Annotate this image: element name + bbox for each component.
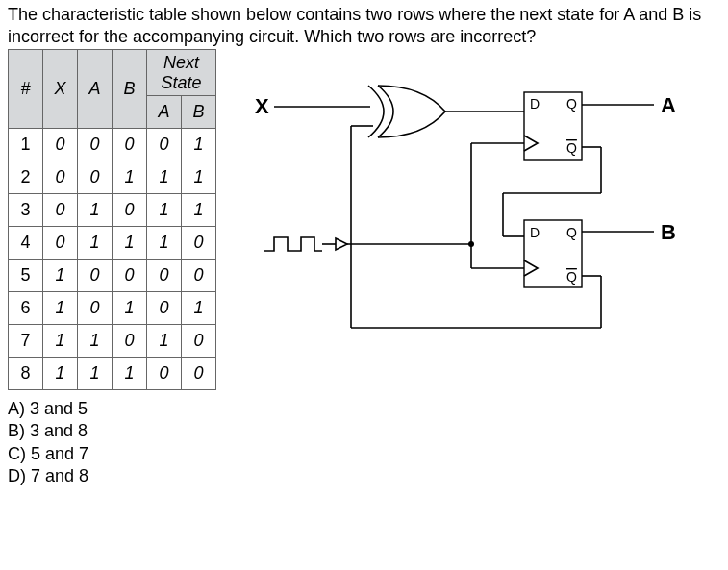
svg-text:Q: Q <box>566 140 577 156</box>
table-cell: 2 <box>9 161 43 194</box>
table-cell: 3 <box>9 194 43 227</box>
circuit-diagram: X D Q Q A <box>216 49 720 361</box>
table-cell: 0 <box>78 161 113 194</box>
table-row: 401110 <box>9 227 216 260</box>
table-cell: 1 <box>43 260 78 292</box>
table-cell: 1 <box>43 292 78 325</box>
label-a: A <box>661 93 676 117</box>
table-cell: 1 <box>147 325 182 358</box>
table-cell: 8 <box>9 358 43 390</box>
table-cell: 1 <box>182 292 216 325</box>
table-cell: 1 <box>182 194 216 227</box>
question-text: The characteristic table shown below con… <box>0 0 728 49</box>
table-row: 100001 <box>9 129 216 161</box>
table-cell: 0 <box>113 129 147 161</box>
table-cell: 0 <box>147 358 182 390</box>
table-cell: 0 <box>182 325 216 358</box>
table-cell: 1 <box>182 129 216 161</box>
table-row: 811100 <box>9 358 216 390</box>
table-cell: 1 <box>78 358 113 390</box>
table-cell: 0 <box>113 260 147 292</box>
table-cell: 1 <box>78 325 113 358</box>
flipflop-b-icon: D Q Q <box>524 220 582 287</box>
table-cell: 0 <box>43 129 78 161</box>
xor-gate-icon <box>368 86 445 137</box>
table-cell: 0 <box>147 129 182 161</box>
option-b: B) 3 and 8 <box>8 420 720 442</box>
flipflop-a-icon: D Q Q <box>524 92 582 160</box>
table-cell: 1 <box>113 292 147 325</box>
table-cell: 5 <box>9 260 43 292</box>
table-cell: 1 <box>147 194 182 227</box>
table-cell: 6 <box>9 292 43 325</box>
table-cell: 0 <box>78 260 113 292</box>
header-next-a: A <box>147 96 182 129</box>
svg-text:Q: Q <box>566 225 577 240</box>
option-d: D) 7 and 8 <box>8 465 720 487</box>
table-cell: 0 <box>182 260 216 292</box>
label-x: X <box>255 94 269 118</box>
svg-text:D: D <box>530 225 540 240</box>
table-cell: 0 <box>43 227 78 260</box>
table-cell: 0 <box>78 292 113 325</box>
table-cell: 0 <box>113 194 147 227</box>
table-cell: 7 <box>9 325 43 358</box>
table-cell: 1 <box>78 227 113 260</box>
table-cell: 4 <box>9 227 43 260</box>
header-x: X <box>43 50 78 129</box>
table-row: 200111 <box>9 161 216 194</box>
table-row: 301011 <box>9 194 216 227</box>
table-cell: 1 <box>147 161 182 194</box>
svg-text:Q: Q <box>566 269 577 285</box>
table-cell: 0 <box>182 227 216 260</box>
header-num: # <box>9 50 43 129</box>
table-cell: 1 <box>43 358 78 390</box>
option-a: A) 3 and 5 <box>8 398 720 420</box>
table-cell: 1 <box>78 194 113 227</box>
option-c: C) 5 and 7 <box>8 443 720 465</box>
table-cell: 0 <box>43 161 78 194</box>
table-cell: 0 <box>43 194 78 227</box>
header-b: B <box>113 50 147 129</box>
table-row: 711010 <box>9 325 216 358</box>
svg-text:Q: Q <box>566 96 577 112</box>
table-row: 610101 <box>9 292 216 325</box>
header-a: A <box>78 50 113 129</box>
answer-options: A) 3 and 5 B) 3 and 8 C) 5 and 7 D) 7 an… <box>0 390 728 496</box>
clock-icon <box>264 237 347 251</box>
table-cell: 1 <box>43 325 78 358</box>
table-cell: 1 <box>9 129 43 161</box>
table-cell: 1 <box>113 358 147 390</box>
table-cell: 0 <box>182 358 216 390</box>
header-next-state: Next State <box>147 50 216 96</box>
svg-point-28 <box>468 241 474 247</box>
header-next-b: B <box>182 96 216 129</box>
table-cell: 1 <box>182 161 216 194</box>
table-cell: 1 <box>147 227 182 260</box>
characteristic-table: # X A B Next State A B 10000120011130101… <box>8 49 216 390</box>
table-cell: 0 <box>147 292 182 325</box>
table-cell: 1 <box>113 161 147 194</box>
label-b: B <box>661 220 676 244</box>
table-cell: 1 <box>113 227 147 260</box>
table-row: 510000 <box>9 260 216 292</box>
svg-text:D: D <box>530 96 540 112</box>
table-cell: 0 <box>147 260 182 292</box>
table-cell: 0 <box>78 129 113 161</box>
table-cell: 0 <box>113 325 147 358</box>
